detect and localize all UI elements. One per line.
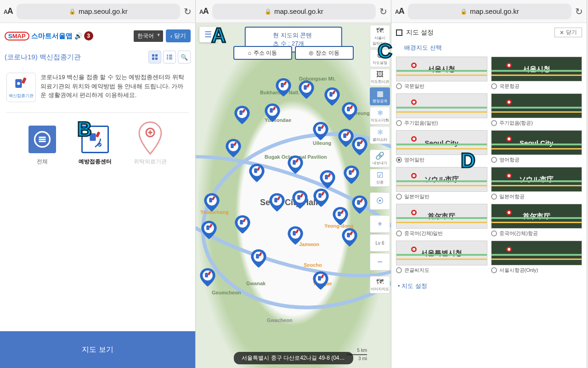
map-pin[interactable]: [235, 215, 250, 234]
svg-rect-10: [152, 58, 154, 60]
side-export[interactable]: 🔗내보내기: [370, 150, 390, 167]
text-size-control[interactable]: AA: [4, 6, 13, 16]
basemap-label: 주기없음(일반): [396, 118, 487, 128]
url-text: map.seoul.go.kr: [274, 7, 323, 15]
filter-center[interactable]: 예방접종센터: [79, 126, 112, 166]
menu-button[interactable]: ☰: [199, 27, 217, 42]
map-pin[interactable]: [313, 122, 328, 140]
map-pin[interactable]: [269, 193, 285, 212]
map-pin[interactable]: [204, 193, 220, 212]
map-pin[interactable]: [344, 166, 359, 184]
zoom-in[interactable]: +: [370, 215, 390, 233]
map-pin[interactable]: [342, 102, 357, 121]
move-by-address-button[interactable]: ⌂주소 이동: [233, 46, 292, 60]
move-by-place-button[interactable]: ◎장소 이동: [295, 46, 354, 60]
filter-hospital[interactable]: 위탁의료기관: [134, 126, 167, 166]
basemap-option[interactable]: 首尔市厅중국어(간체)항공: [491, 204, 582, 239]
map-pin[interactable]: [299, 80, 314, 99]
basemap-options: 서울시청국문일반서울시청국문항공주기없음(일반)주기없음(항공)Seoul Ci…: [391, 56, 587, 278]
search-button[interactable]: 🔍: [178, 51, 191, 63]
basemap-option[interactable]: 首尔市厅중국어(간체)일반: [396, 204, 487, 239]
close-settings-button[interactable]: ✕ 닫기: [554, 28, 582, 37]
basemap-label: 국문항공: [491, 81, 582, 92]
list-view-button[interactable]: [163, 51, 176, 63]
basemap-thumb: 서울시청: [396, 57, 487, 81]
map-pin[interactable]: [251, 249, 266, 268]
side-viz[interactable]: ❄지도시각화: [370, 107, 390, 125]
text-size-control[interactable]: AA: [199, 6, 209, 16]
text-size-control[interactable]: AA: [395, 6, 404, 16]
map-pin[interactable]: [234, 106, 250, 124]
map-pin[interactable]: [338, 129, 354, 147]
section-map-settings[interactable]: 지도 설정: [391, 278, 587, 294]
map-canvas[interactable]: Seoul City Hall Bugak Octagonal Pavilion…: [196, 23, 391, 368]
svg-rect-22: [96, 132, 100, 138]
map-pin[interactable]: [276, 78, 291, 97]
filter-all[interactable]: 전체: [28, 126, 56, 166]
map-pin[interactable]: [288, 155, 303, 174]
language-select[interactable]: 한국어: [134, 30, 163, 42]
svg-rect-21: [90, 133, 96, 141]
basemap-option[interactable]: 주기없음(항공): [491, 93, 582, 128]
side-cert[interactable]: ☑인증: [370, 169, 390, 187]
side-boundary[interactable]: ▦행정경계: [370, 87, 390, 105]
lock-icon: 🔒: [265, 8, 271, 15]
basemap-option[interactable]: Seoul City영어일반: [396, 130, 487, 165]
sound-icon[interactable]: 🔊: [74, 32, 82, 40]
address-bar[interactable]: 🔒 map.seoul.go.kr: [408, 4, 571, 19]
map-pin[interactable]: [320, 170, 335, 189]
side-cluster[interactable]: ✱클러스터: [370, 126, 390, 144]
view-map-button[interactable]: 지도 보기: [0, 331, 195, 368]
map-pin[interactable]: [265, 104, 280, 122]
map-pin[interactable]: [201, 221, 217, 239]
side-locate[interactable]: ⦿: [370, 192, 390, 210]
map-pin[interactable]: [292, 190, 308, 209]
reload-icon[interactable]: ↻: [575, 6, 583, 17]
filter-row: 전체 예방접종센터 위탁의료기관: [0, 113, 195, 174]
content-title-row: (코로나19) 백신접종기관 🔍: [0, 47, 195, 69]
pin-icon: ◎: [309, 50, 313, 56]
side-gallery[interactable]: 🖼지도전시관: [370, 69, 390, 86]
map-pin[interactable]: [352, 196, 368, 214]
address-bar[interactable]: 🔒 map.seoul.go.kr: [17, 4, 180, 19]
map-pin[interactable]: [249, 164, 265, 182]
basemap-option[interactable]: 서울시항공(Only): [491, 241, 582, 276]
svg-rect-17: [169, 58, 172, 59]
basemap-option[interactable]: ソウル市庁일본어일반: [396, 167, 487, 202]
zoom-out[interactable]: −: [370, 253, 390, 270]
reload-icon[interactable]: ↻: [184, 6, 192, 17]
map-pin[interactable]: [288, 226, 303, 245]
map-pin[interactable]: [313, 189, 329, 207]
map-pin[interactable]: [324, 87, 340, 106]
basemap-option[interactable]: Seoul City영어항공: [491, 130, 582, 165]
side-imagemap[interactable]: 🗺이미지지도: [370, 276, 390, 293]
basemap-thumb: 首尔市厅: [491, 204, 582, 229]
basemap-option[interactable]: 서울시청국문항공: [491, 57, 582, 92]
basemap-option[interactable]: 주기없음(일반): [396, 93, 487, 128]
close-icon: ✕: [560, 29, 564, 36]
map-pin[interactable]: [352, 137, 368, 155]
grid-view-button[interactable]: [148, 51, 161, 63]
map-pin[interactable]: [200, 268, 215, 287]
map-pin[interactable]: [313, 271, 328, 290]
basemap-option[interactable]: ソウル市庁일본어항공: [491, 167, 582, 202]
map-pin[interactable]: [342, 228, 357, 247]
basemap-option[interactable]: 서울시청국문일반: [396, 57, 487, 92]
radio-icon: [396, 194, 402, 200]
smap-logo[interactable]: SSMAPMAP 스마트서울맵 🔊 3: [5, 31, 93, 40]
gallery-icon: 🖼: [376, 70, 384, 79]
notification-badge[interactable]: 3: [84, 31, 93, 40]
map-pin[interactable]: [226, 139, 241, 157]
section-basemap-select: 배경지도 선택: [391, 40, 587, 56]
close-panel-button[interactable]: ‹ 닫기: [166, 29, 191, 42]
basemap-thumb: [491, 241, 582, 265]
reload-icon[interactable]: ↻: [379, 6, 387, 17]
map-pin[interactable]: [333, 207, 348, 225]
basemap-option[interactable]: 서울특별시청큰글씨지도: [396, 241, 487, 276]
cluster-icon: ✱: [377, 128, 383, 137]
address-bar[interactable]: 🔒 map.seoul.go.kr: [212, 4, 376, 19]
side-settings[interactable]: ⚙지도설정: [370, 49, 390, 67]
viz-icon: ❄: [377, 109, 383, 117]
basemap-label: 중국어(간체)항공: [491, 229, 582, 239]
side-basemap[interactable]: 🗺서울시일반지도: [370, 25, 390, 48]
